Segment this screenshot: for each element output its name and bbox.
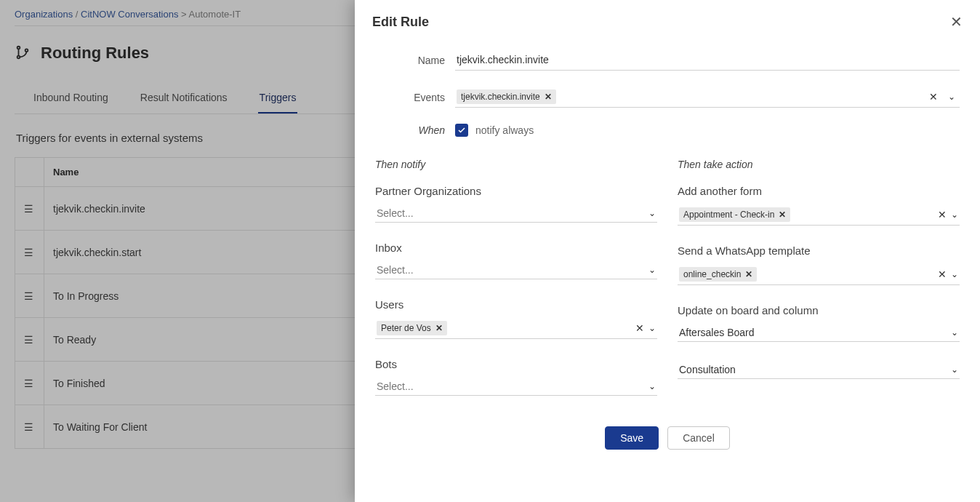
bots-label: Bots (375, 358, 657, 370)
inbox-label: Inbox (375, 242, 657, 254)
notify-always-label: notify always (475, 124, 534, 136)
form-tag-remove-icon[interactable]: ✕ (779, 210, 786, 220)
chevron-down-icon: ⌄ (648, 381, 656, 391)
events-clear-icon[interactable]: ✕ (926, 91, 941, 103)
board-select[interactable]: Aftersales Board ⌄ (678, 324, 960, 342)
user-tag[interactable]: Peter de Vos ✕ (377, 321, 447, 335)
inbox-placeholder: Select... (377, 264, 648, 276)
bots-select[interactable]: Select... ⌄ (375, 378, 657, 396)
then-notify-title: Then notify (375, 159, 657, 170)
partner-orgs-placeholder: Select... (377, 207, 648, 219)
event-tag-remove-icon[interactable]: ✕ (545, 92, 552, 102)
then-action-column: Then take action Add another form Appoin… (678, 159, 960, 398)
users-select[interactable]: Peter de Vos ✕ ✕ ⌄ (375, 318, 657, 339)
add-form-label: Add another form (678, 185, 960, 197)
whatsapp-tag-label: online_checkin (683, 269, 741, 279)
edit-rule-panel: Edit Rule ✕ Name Events tjekvik.checkin.… (355, 0, 980, 502)
whatsapp-tag-remove-icon[interactable]: ✕ (745, 269, 752, 279)
whatsapp-tag[interactable]: online_checkin ✕ (679, 267, 757, 282)
label-name: Name (375, 55, 455, 66)
chevron-down-icon: ⌄ (951, 364, 958, 375)
whatsapp-label: Send a WhatsApp template (678, 244, 960, 257)
chevron-down-icon: ⌄ (951, 327, 958, 338)
events-field[interactable]: tjekvik.checkin.invite ✕ ✕ ⌄ (455, 87, 960, 108)
events-caret-icon[interactable]: ⌄ (945, 92, 958, 102)
users-clear-icon[interactable]: ✕ (631, 322, 648, 334)
inbox-select[interactable]: Select... ⌄ (375, 261, 657, 279)
chevron-down-icon: ⌄ (951, 269, 958, 279)
column-select[interactable]: Consultation ⌄ (678, 361, 960, 379)
label-when: When (375, 124, 455, 136)
bots-placeholder: Select... (377, 381, 648, 392)
save-button[interactable]: Save (605, 426, 659, 450)
chevron-down-icon: ⌄ (648, 265, 656, 275)
close-icon[interactable]: ✕ (950, 13, 963, 31)
name-input[interactable] (455, 49, 960, 71)
update-board-label: Update on board and column (678, 304, 960, 316)
then-action-title: Then take action (678, 159, 960, 170)
form-tag-label: Appointment - Check-in (683, 210, 774, 220)
user-tag-remove-icon[interactable]: ✕ (435, 323, 443, 333)
users-label: Users (375, 298, 657, 311)
then-notify-column: Then notify Partner Organizations Select… (375, 159, 657, 415)
chevron-down-icon: ⌄ (951, 210, 958, 220)
event-tag[interactable]: tjekvik.checkin.invite ✕ (457, 89, 556, 104)
panel-title: Edit Rule (372, 15, 429, 30)
chevron-down-icon: ⌄ (648, 208, 656, 218)
chevron-down-icon: ⌄ (648, 323, 656, 333)
form-tag[interactable]: Appointment - Check-in ✕ (679, 207, 790, 222)
label-events: Events (375, 92, 455, 103)
form-clear-icon[interactable]: ✕ (933, 209, 951, 220)
user-tag-label: Peter de Vos (381, 323, 431, 333)
notify-always-checkbox[interactable] (455, 124, 468, 137)
partner-orgs-label: Partner Organizations (375, 185, 657, 197)
partner-orgs-select[interactable]: Select... ⌄ (375, 204, 657, 223)
column-value: Consultation (679, 364, 951, 375)
add-form-select[interactable]: Appointment - Check-in ✕ ✕ ⌄ (678, 204, 960, 226)
cancel-button[interactable]: Cancel (667, 426, 730, 450)
event-tag-label: tjekvik.checkin.invite (461, 92, 540, 102)
whatsapp-clear-icon[interactable]: ✕ (933, 268, 951, 280)
board-value: Aftersales Board (679, 327, 951, 338)
whatsapp-select[interactable]: online_checkin ✕ ✕ ⌄ (678, 264, 960, 285)
